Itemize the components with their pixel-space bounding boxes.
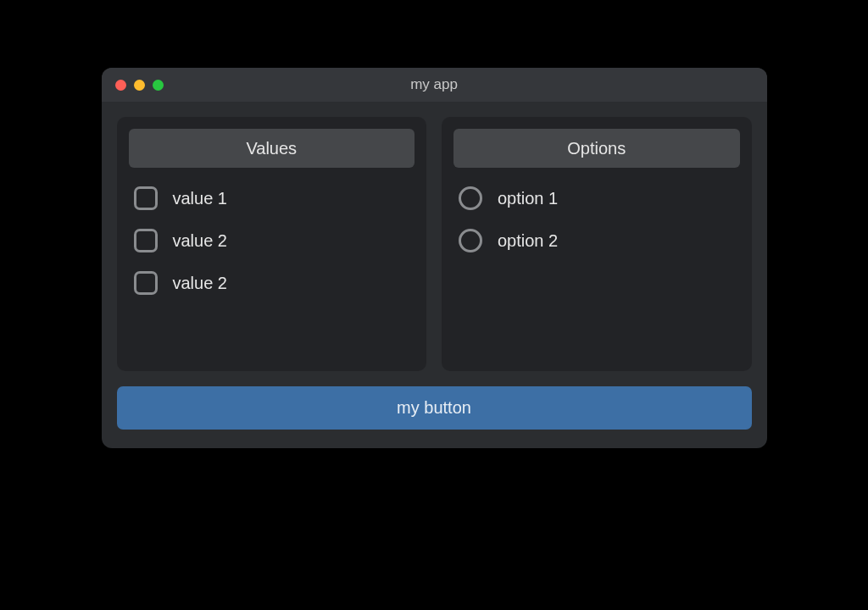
checkbox-item[interactable]: value 2	[134, 271, 415, 295]
values-panel: Values value 1 value 2 value 2	[117, 117, 427, 371]
options-items: option 1 option 2	[453, 186, 740, 252]
maximize-icon[interactable]	[153, 80, 164, 91]
window-content: Values value 1 value 2 value 2	[102, 102, 767, 448]
radio-item[interactable]: option 1	[459, 186, 740, 210]
app-window: my app Values value 1 value 2 val	[102, 68, 767, 448]
radio-icon	[459, 229, 482, 252]
minimize-icon[interactable]	[134, 80, 145, 91]
checkbox-label: value 2	[173, 274, 228, 293]
radio-label: option 2	[498, 231, 558, 251]
checkbox-icon	[134, 271, 158, 295]
checkbox-item[interactable]: value 2	[134, 229, 415, 252]
checkbox-label: value 1	[173, 189, 228, 208]
checkbox-label: value 2	[173, 231, 228, 251]
options-panel-header: Options	[453, 129, 740, 168]
values-items: value 1 value 2 value 2	[129, 186, 415, 295]
checkbox-icon	[134, 186, 158, 210]
checkbox-item[interactable]: value 1	[134, 186, 415, 210]
window-title: my app	[102, 76, 767, 93]
radio-label: option 1	[498, 189, 558, 208]
values-panel-header: Values	[129, 129, 415, 168]
checkbox-icon	[134, 229, 158, 252]
my-button[interactable]: my button	[117, 386, 752, 430]
close-icon[interactable]	[115, 80, 126, 91]
traffic-lights	[115, 80, 164, 91]
titlebar: my app	[102, 68, 767, 102]
radio-icon	[459, 186, 482, 210]
options-panel: Options option 1 option 2	[442, 117, 752, 371]
radio-item[interactable]: option 2	[459, 229, 740, 252]
columns: Values value 1 value 2 value 2	[117, 117, 752, 371]
